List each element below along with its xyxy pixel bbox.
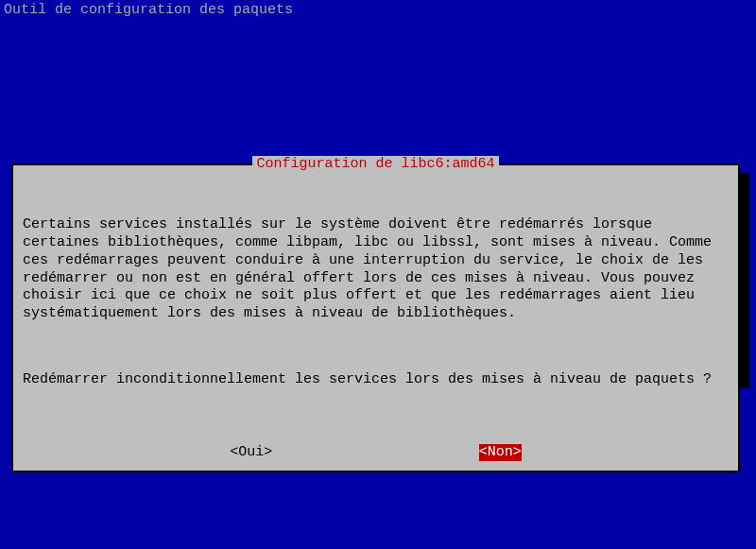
dialog-description: Certains services installés sur le systè…: [23, 216, 729, 323]
dialog-title: Configuration de libc6:amd64: [252, 156, 498, 174]
no-button[interactable]: <Non>: [479, 444, 522, 462]
dialog-title-row: Configuration de libc6:amd64: [13, 156, 738, 174]
dialog-question: Redémarrer inconditionnellement les serv…: [23, 371, 729, 389]
yes-button[interactable]: <Oui>: [230, 444, 272, 462]
dialog-content: Certains services installés sur le systè…: [13, 181, 738, 438]
header-title: Outil de configuration des paquets: [4, 2, 293, 18]
config-dialog: Configuration de libc6:amd64 Certains se…: [11, 163, 740, 472]
window-header: Outil de configuration des paquets: [0, 0, 756, 22]
dialog-buttons: <Oui> <Non>: [13, 444, 738, 462]
